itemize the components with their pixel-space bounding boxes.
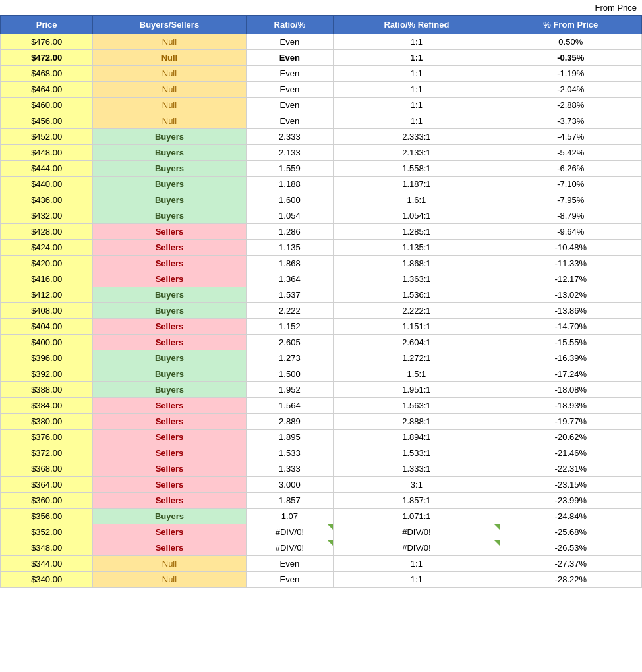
table-row: $424.00Sellers1.1351.135:1-10.48% (1, 240, 642, 256)
ratio-cell: 1.135 (246, 240, 334, 256)
ratio-refined-cell: 1.151:1 (334, 319, 500, 335)
main-table: Price Buyers/Sellers Ratio/% Ratio/% Ref… (0, 15, 642, 588)
table-row: $344.00NullEven1:1-27.37% (1, 556, 642, 572)
ratio-cell: Even (246, 572, 334, 588)
ratio-cell: 1.07 (246, 509, 334, 524)
buyers-sellers-cell: Buyers (93, 161, 246, 177)
ratio-refined-cell: 1.533:1 (334, 445, 500, 461)
ratio-refined-cell: 2.222:1 (334, 303, 500, 319)
ratio-cell: 1.952 (246, 382, 334, 398)
buyers-sellers-cell: Null (93, 34, 246, 50)
ratio-refined-cell: 1.187:1 (334, 177, 500, 192)
table-row: $404.00Sellers1.1521.151:1-14.70% (1, 319, 642, 335)
table-row: $428.00Sellers1.2861.285:1-9.64% (1, 224, 642, 240)
ratio-refined-cell: 2.133:1 (334, 145, 500, 161)
buyers-sellers-cell: Sellers (93, 414, 246, 430)
from-price-cell: -7.10% (500, 177, 641, 192)
from-price-cell: -20.62% (500, 430, 641, 445)
from-price-cell: 0.50% (500, 34, 641, 50)
table-row: $412.00Buyers1.5371.536:1-13.02% (1, 287, 642, 303)
table-row: $452.00Buyers2.3332.333:1-4.57% (1, 129, 642, 145)
from-price-cell: -14.70% (500, 319, 641, 335)
ratio-refined-cell: 3:1 (334, 477, 500, 493)
from-price-cell: -24.84% (500, 509, 641, 524)
ratio-cell: 1.273 (246, 350, 334, 366)
ratio-refined-cell: 1:1 (334, 82, 500, 98)
ratio-refined-cell: #DIV/0! (334, 540, 500, 556)
price-cell: $444.00 (1, 161, 93, 177)
ratio-refined-cell: 2.604:1 (334, 335, 500, 350)
ratio-refined-cell: 1.054:1 (334, 208, 500, 224)
ratio-refined-cell: 1:1 (334, 98, 500, 113)
table-row: $356.00Buyers1.071.071:1-24.84% (1, 509, 642, 524)
ratio-cell: Even (246, 556, 334, 572)
price-cell: $348.00 (1, 540, 93, 556)
table-row: $436.00Buyers1.6001.6:1-7.95% (1, 192, 642, 208)
ratio-cell: Even (246, 82, 334, 98)
buyers-sellers-cell: Null (93, 66, 246, 82)
from-price-cell: -26.53% (500, 540, 641, 556)
ratio-cell: Even (246, 34, 334, 50)
buyers-sellers-cell: Buyers (93, 303, 246, 319)
table-row: $476.00NullEven1:10.50% (1, 34, 642, 50)
buyers-sellers-cell: Buyers (93, 145, 246, 161)
ratio-refined-cell: 1.285:1 (334, 224, 500, 240)
buyers-sellers-cell: Sellers (93, 271, 246, 287)
ratio-cell: Even (246, 66, 334, 82)
from-price-cell: -1.19% (500, 66, 641, 82)
table-row: $372.00Sellers1.5331.533:1-21.46% (1, 445, 642, 461)
price-cell: $448.00 (1, 145, 93, 161)
ratio-refined-cell: 1:1 (334, 113, 500, 129)
from-price-cell: -15.55% (500, 335, 641, 350)
col-header-ratio-refined: Ratio/% Refined (334, 16, 500, 34)
price-cell: $364.00 (1, 477, 93, 493)
ratio-refined-cell: 1.563:1 (334, 398, 500, 414)
buyers-sellers-cell: Buyers (93, 129, 246, 145)
ratio-cell: Even (246, 113, 334, 129)
price-cell: $436.00 (1, 192, 93, 208)
ratio-cell: 2.889 (246, 414, 334, 430)
price-cell: $384.00 (1, 398, 93, 414)
buyers-sellers-cell: Sellers (93, 461, 246, 477)
table-row: $348.00Sellers#DIV/0!#DIV/0!-26.53% (1, 540, 642, 556)
ratio-cell: #DIV/0! (246, 524, 334, 540)
price-cell: $472.00 (1, 50, 93, 66)
table-row: $384.00Sellers1.5641.563:1-18.93% (1, 398, 642, 414)
from-price-cell: -2.04% (500, 82, 641, 98)
table-row: $432.00Buyers1.0541.054:1-8.79% (1, 208, 642, 224)
from-price-cell: -16.39% (500, 350, 641, 366)
buyers-sellers-cell: Sellers (93, 240, 246, 256)
price-cell: $396.00 (1, 350, 93, 366)
table-row: $468.00NullEven1:1-1.19% (1, 66, 642, 82)
table-row: $364.00Sellers3.0003:1-23.15% (1, 477, 642, 493)
buyers-sellers-cell: Sellers (93, 445, 246, 461)
error-corner-mark-refined (494, 524, 500, 530)
table-row: $440.00Buyers1.1881.187:1-7.10% (1, 177, 642, 192)
ratio-cell: 1.054 (246, 208, 334, 224)
from-price-cell: -18.93% (500, 398, 641, 414)
price-cell: $428.00 (1, 224, 93, 240)
table-row: $408.00Buyers2.2222.222:1-13.86% (1, 303, 642, 319)
table-row: $444.00Buyers1.5591.558:1-6.26% (1, 161, 642, 177)
ratio-cell: 1.857 (246, 493, 334, 509)
from-price-label: From Price (595, 3, 637, 13)
price-cell: $368.00 (1, 461, 93, 477)
ratio-refined-cell: 1.894:1 (334, 430, 500, 445)
buyers-sellers-cell: Sellers (93, 540, 246, 556)
ratio-cell: 1.152 (246, 319, 334, 335)
buyers-sellers-cell: Sellers (93, 398, 246, 414)
table-row: $448.00Buyers2.1332.133:1-5.42% (1, 145, 642, 161)
table-row: $340.00NullEven1:1-28.22% (1, 572, 642, 588)
table-row: $376.00Sellers1.8951.894:1-20.62% (1, 430, 642, 445)
buyers-sellers-cell: Buyers (93, 509, 246, 524)
buyers-sellers-cell: Sellers (93, 335, 246, 350)
price-cell: $412.00 (1, 287, 93, 303)
from-price-cell: -19.77% (500, 414, 641, 430)
ratio-cell: 2.333 (246, 129, 334, 145)
from-price-cell: -3.73% (500, 113, 641, 129)
table-row: $388.00Buyers1.9521.951:1-18.08% (1, 382, 642, 398)
ratio-cell: 2.222 (246, 303, 334, 319)
ratio-cell: Even (246, 50, 334, 66)
col-header-buyers-sellers: Buyers/Sellers (93, 16, 246, 34)
ratio-cell: 1.188 (246, 177, 334, 192)
